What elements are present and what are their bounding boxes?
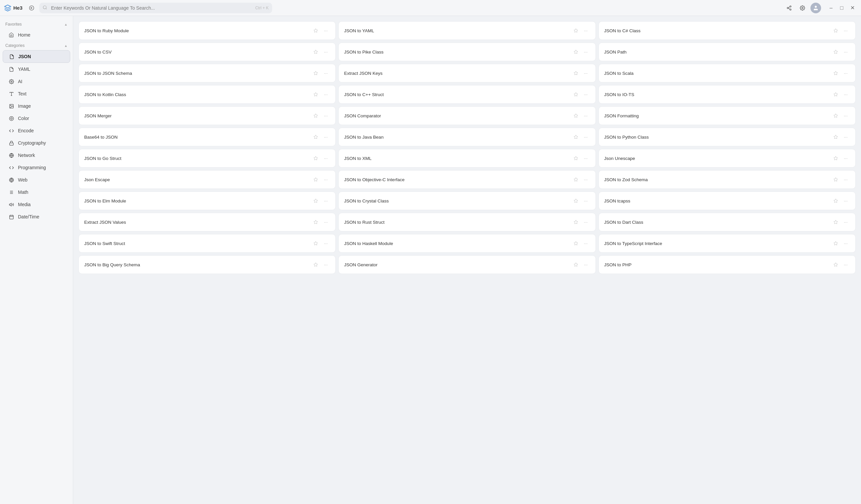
more-button[interactable]: ··· [842, 218, 850, 226]
more-button[interactable]: ··· [322, 26, 330, 35]
star-button[interactable] [311, 90, 320, 99]
tool-card[interactable]: Json Unescape··· [599, 149, 856, 168]
star-button[interactable] [831, 132, 840, 141]
sidebar-item-yaml[interactable]: YAML [3, 63, 70, 75]
tool-card[interactable]: JSON to IO-TS··· [599, 85, 856, 104]
tool-card[interactable]: JSON to PHP··· [599, 255, 856, 274]
star-button[interactable] [311, 239, 320, 248]
star-button[interactable] [311, 154, 320, 163]
more-button[interactable]: ··· [322, 196, 330, 205]
star-button[interactable] [831, 239, 840, 248]
back-button[interactable] [27, 3, 37, 13]
star-button[interactable] [311, 111, 320, 120]
maximize-button[interactable]: □ [837, 3, 846, 13]
star-button[interactable] [572, 154, 580, 163]
tool-card[interactable]: JSON to Ruby Module··· [79, 21, 336, 40]
more-button[interactable]: ··· [322, 111, 330, 120]
star-button[interactable] [572, 218, 580, 226]
more-button[interactable]: ··· [322, 218, 330, 226]
tool-card[interactable]: JSON to C# Class··· [599, 21, 856, 40]
star-button[interactable] [572, 196, 580, 205]
star-button[interactable] [572, 90, 580, 99]
more-button[interactable]: ··· [842, 239, 850, 248]
more-button[interactable]: ··· [582, 260, 590, 269]
sidebar-item-encode[interactable]: Encode [3, 125, 70, 137]
tool-card[interactable]: JSON to Dart Class··· [599, 213, 856, 232]
tool-card[interactable]: JSON to Objective-C Interface··· [338, 170, 596, 189]
star-button[interactable] [311, 69, 320, 78]
star-button[interactable] [831, 69, 840, 78]
tool-card[interactable]: JSON to JSON Schema··· [79, 64, 336, 82]
star-button[interactable] [572, 132, 580, 141]
more-button[interactable]: ··· [582, 111, 590, 120]
sidebar-item-cryptography[interactable]: Cryptography [3, 137, 70, 149]
tool-card[interactable]: JSON to YAML··· [338, 21, 596, 40]
sidebar-item-web[interactable]: Web [3, 174, 70, 186]
star-button[interactable] [311, 196, 320, 205]
tool-card[interactable]: JSON to CSV··· [79, 43, 336, 61]
star-button[interactable] [831, 26, 840, 35]
more-button[interactable]: ··· [842, 111, 850, 120]
more-button[interactable]: ··· [842, 26, 850, 35]
star-button[interactable] [831, 111, 840, 120]
more-button[interactable]: ··· [582, 47, 590, 56]
tool-card[interactable]: Extract JSON Values··· [79, 213, 336, 232]
tool-card[interactable]: JSON to XML··· [338, 149, 596, 168]
sidebar-item-media[interactable]: Media [3, 198, 70, 210]
sidebar-item-image[interactable]: Image [3, 100, 70, 112]
star-button[interactable] [572, 69, 580, 78]
tool-card[interactable]: JSON to TypeScript Interface··· [599, 234, 856, 253]
tool-card[interactable]: JSON to Pike Class··· [338, 43, 596, 61]
tool-card[interactable]: JSON Generator··· [338, 255, 596, 274]
share-button[interactable] [784, 3, 794, 13]
more-button[interactable]: ··· [322, 47, 330, 56]
more-button[interactable]: ··· [582, 132, 590, 141]
star-button[interactable] [572, 111, 580, 120]
sidebar-item-network[interactable]: Network [3, 149, 70, 161]
more-button[interactable]: ··· [582, 218, 590, 226]
favorites-section[interactable]: Favorites ▲ [0, 20, 73, 29]
tool-card[interactable]: Extract JSON Keys··· [338, 64, 596, 82]
tool-card[interactable]: JSON to Zod Schema··· [599, 170, 856, 189]
star-button[interactable] [311, 175, 320, 184]
tool-card[interactable]: JSON Comparator··· [338, 107, 596, 125]
more-button[interactable]: ··· [582, 196, 590, 205]
star-button[interactable] [572, 239, 580, 248]
star-button[interactable] [831, 154, 840, 163]
tool-card[interactable]: JSON to Swift Struct··· [79, 234, 336, 253]
tool-card[interactable]: JSON to Rust Struct··· [338, 213, 596, 232]
sidebar-item-text[interactable]: Text [3, 88, 70, 100]
sidebar-item-programming[interactable]: Programming [3, 162, 70, 173]
star-button[interactable] [311, 47, 320, 56]
sidebar-item-ai[interactable]: AI [3, 75, 70, 87]
settings-button[interactable] [797, 3, 808, 13]
tool-card[interactable]: JSON to Elm Module··· [79, 192, 336, 210]
star-button[interactable] [831, 218, 840, 226]
more-button[interactable]: ··· [842, 154, 850, 163]
tool-card[interactable]: JSON Merger··· [79, 107, 336, 125]
more-button[interactable]: ··· [842, 69, 850, 78]
sidebar-item-json[interactable]: JSON [3, 50, 70, 63]
more-button[interactable]: ··· [842, 260, 850, 269]
sidebar-item-home[interactable]: Home [3, 29, 70, 41]
star-button[interactable] [831, 260, 840, 269]
tool-card[interactable]: JSON tcapss··· [599, 192, 856, 210]
star-button[interactable] [572, 175, 580, 184]
tool-card[interactable]: JSON to Java Bean··· [338, 128, 596, 146]
more-button[interactable]: ··· [842, 47, 850, 56]
star-button[interactable] [311, 218, 320, 226]
more-button[interactable]: ··· [842, 175, 850, 184]
more-button[interactable]: ··· [322, 132, 330, 141]
star-button[interactable] [311, 26, 320, 35]
sidebar-item-datetime[interactable]: Date/Time [3, 211, 70, 223]
more-button[interactable]: ··· [842, 132, 850, 141]
tool-card[interactable]: JSON to Haskell Module··· [338, 234, 596, 253]
categories-section[interactable]: Categories ▲ [0, 41, 73, 50]
tool-card[interactable]: Base64 to JSON··· [79, 128, 336, 146]
star-button[interactable] [831, 175, 840, 184]
star-button[interactable] [831, 47, 840, 56]
tool-card[interactable]: JSON to Kotlin Class··· [79, 85, 336, 104]
tool-card[interactable]: Json Escape··· [79, 170, 336, 189]
star-button[interactable] [831, 90, 840, 99]
minimize-button[interactable]: – [826, 3, 836, 13]
